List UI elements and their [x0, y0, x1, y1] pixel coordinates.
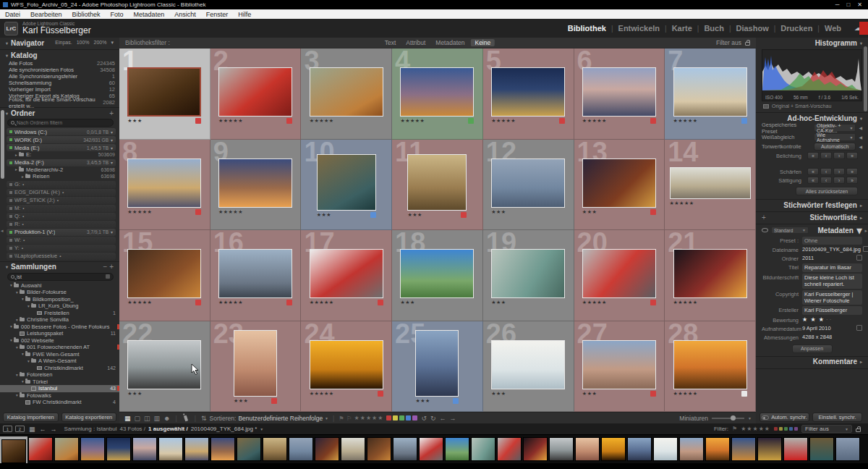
grid-cell[interactable]: 28★★★★★ — [665, 321, 756, 413]
color-label-chip[interactable] — [406, 415, 411, 421]
filmstrip-thumbnail[interactable] — [289, 437, 313, 461]
photo-thumbnail[interactable] — [218, 67, 292, 117]
forward-arrow-icon[interactable]: → — [51, 426, 57, 433]
menu-fenster[interactable]: Fenster — [201, 11, 234, 18]
metadata-header[interactable]: Standard ▼ Metadaten ▾ — [756, 224, 868, 236]
next-photo-icon[interactable]: → — [448, 415, 456, 422]
stepper-button[interactable]: » — [846, 152, 858, 159]
collection-row[interactable]: ▾Bildkomposition_ — [0, 296, 119, 303]
collection-row[interactable]: Freistellen1 — [0, 310, 119, 317]
cell-rating-stars[interactable]: ★★★★★ — [127, 209, 152, 215]
filmstrip-thumbnail[interactable] — [497, 437, 522, 461]
expand-arrow-icon[interactable]: ◀ — [859, 135, 862, 140]
close-button[interactable]: ✕ — [857, 1, 862, 8]
filmstrip-thumbnail[interactable] — [341, 437, 365, 461]
cell-color-badge[interactable] — [195, 300, 201, 305]
module-web[interactable]: Web — [820, 24, 846, 33]
filmstrip-thumbnail[interactable] — [549, 437, 574, 461]
grid-cell[interactable]: 23★★★ — [210, 321, 302, 413]
cell-rating-stars[interactable]: ★★★ — [317, 212, 331, 218]
keywording-header[interactable]: Stichwörter festlegen ▸ — [756, 200, 868, 210]
filmstrip-thumbnail[interactable] — [419, 437, 443, 461]
stepper-button[interactable]: « — [807, 177, 819, 184]
cell-rating-stars[interactable]: ★★★★★ — [673, 118, 698, 124]
sort-direction-icon[interactable]: ⇅ — [200, 415, 208, 422]
catalog-item[interactable]: Alle synchronisierten Fotos34508 — [9, 67, 115, 73]
adjust-button[interactable]: Anpassen — [792, 345, 833, 353]
photo-thumbnail[interactable] — [407, 154, 467, 211]
cell-rating-stars[interactable]: ★★★★★ — [218, 118, 243, 124]
collection-filter-box[interactable] — [7, 273, 114, 281]
cell-color-badge[interactable] — [195, 118, 201, 124]
reset-all-button[interactable]: Alles zurücksetzen — [796, 187, 858, 195]
module-diashow[interactable]: Diashow — [731, 24, 773, 33]
photo-thumbnail[interactable] — [491, 159, 565, 208]
photo-thumbnail[interactable] — [218, 249, 292, 298]
folders-header[interactable]: ▾ Ordner + — [0, 108, 119, 118]
filmstrip-thumbnail[interactable] — [653, 437, 678, 461]
filmstrip-thumbnail[interactable] — [523, 437, 548, 461]
catalog-item[interactable]: Alle Synchronisierungsfehler1 — [9, 73, 115, 80]
collection-row[interactable]: ▾Bilder-Fotokurse — [0, 289, 119, 296]
cell-color-badge[interactable] — [370, 212, 376, 218]
collection-row[interactable]: ▾FWE Wien-Gesamt — [0, 351, 119, 358]
cell-color-badge[interactable] — [378, 300, 383, 305]
volume-row[interactable]: Media-2 (F:)3,4/5,5 TB▾ — [7, 159, 116, 166]
folder-filter-input[interactable] — [17, 120, 89, 125]
painter-tool-icon[interactable] — [184, 415, 188, 421]
cell-color-badge[interactable] — [378, 391, 383, 397]
volume-row[interactable]: EOS_DIGITAL (H:)▪ — [7, 189, 116, 196]
collection-row[interactable]: ▾000 Bessere Fotos - Online Fotokurs — [0, 324, 119, 331]
filmstrip-thumbnail[interactable] — [757, 437, 782, 461]
grid-cell[interactable]: 20★★★★★ — [574, 230, 665, 321]
photo-thumbnail[interactable] — [218, 159, 292, 208]
cell-rating-stars[interactable]: ★★★ — [127, 118, 142, 124]
filmstrip-thumbnail[interactable] — [575, 437, 600, 461]
volume-row[interactable]: WFS_STICK (J:)▪ — [7, 197, 116, 204]
cell-rating-stars[interactable]: ★★★ — [491, 300, 506, 305]
grid-cell[interactable]: 17★★★★★ — [301, 230, 392, 321]
filmstrip-thumbnail[interactable] — [367, 437, 391, 461]
lock-icon[interactable] — [856, 428, 861, 432]
grid-cell[interactable]: 10★★★ — [301, 140, 392, 231]
cell-color-badge[interactable] — [195, 209, 201, 215]
navigator-zoom-100%[interactable]: 100% — [77, 40, 90, 46]
collection-row[interactable]: ▾A Wien-Gesamt — [0, 358, 119, 365]
filmstrip-thumbnail[interactable] — [679, 437, 704, 461]
grid-shortcut-icon[interactable]: ▦ — [29, 426, 35, 433]
cell-rating-stars[interactable]: ★★★★★ — [218, 209, 243, 215]
photo-thumbnail[interactable] — [310, 340, 383, 389]
photo-thumbnail[interactable] — [582, 159, 656, 208]
field-action-icon[interactable] — [863, 246, 868, 252]
cell-rating-stars[interactable]: ★★★★★ — [491, 118, 516, 124]
stepper-button[interactable]: » — [846, 177, 858, 184]
metadata-field-value[interactable]: Reparatur im Basar — [802, 263, 862, 271]
filmstrip-thumbnail[interactable] — [54, 437, 79, 461]
filmstrip-thumbnail[interactable] — [80, 437, 105, 461]
cell-rating-stars[interactable]: ★★★★★ — [670, 200, 694, 206]
toolbar-star-icon[interactable]: ★ — [366, 415, 372, 421]
folder-row[interactable]: ▸Medienarchiv-263698 — [0, 166, 115, 174]
grid-view-icon[interactable]: ▦ — [124, 415, 132, 422]
rotate-right-icon[interactable]: ↻ — [430, 415, 437, 422]
navigator-zoom-200%[interactable]: 200% — [94, 40, 107, 46]
photo-thumbnail[interactable] — [317, 154, 376, 211]
photo-thumbnail[interactable] — [491, 67, 565, 117]
import-catalog-button[interactable]: Katalog importieren — [3, 413, 59, 422]
collection-row[interactable]: ▾Fotoreisen — [0, 371, 119, 379]
cell-color-badge[interactable] — [468, 118, 474, 124]
photo-thumbnail[interactable] — [582, 249, 656, 298]
menu-datei[interactable]: Datei — [0, 11, 25, 18]
volume-row[interactable]: Y:▪ — [7, 245, 116, 252]
color-label-chip[interactable] — [393, 415, 398, 421]
folder-row[interactable]: ▸Reisen63698 — [0, 173, 115, 180]
star-filter[interactable]: ★★★★★ — [741, 426, 770, 432]
cell-rating-stars[interactable]: ★★★★★ — [127, 300, 152, 305]
cell-color-badge[interactable] — [650, 118, 656, 124]
grid-cell[interactable]: 9★★★★★ — [210, 140, 302, 231]
grid-cell[interactable]: 4★★★★★ — [392, 48, 483, 140]
catalog-item[interactable]: Vorheriger Import12 — [9, 86, 115, 93]
auto-sync-button[interactable]: Autom. synchr. — [760, 413, 809, 422]
grid-cell[interactable]: 1★★★ — [119, 48, 210, 140]
photo-thumbnail[interactable] — [582, 340, 656, 389]
